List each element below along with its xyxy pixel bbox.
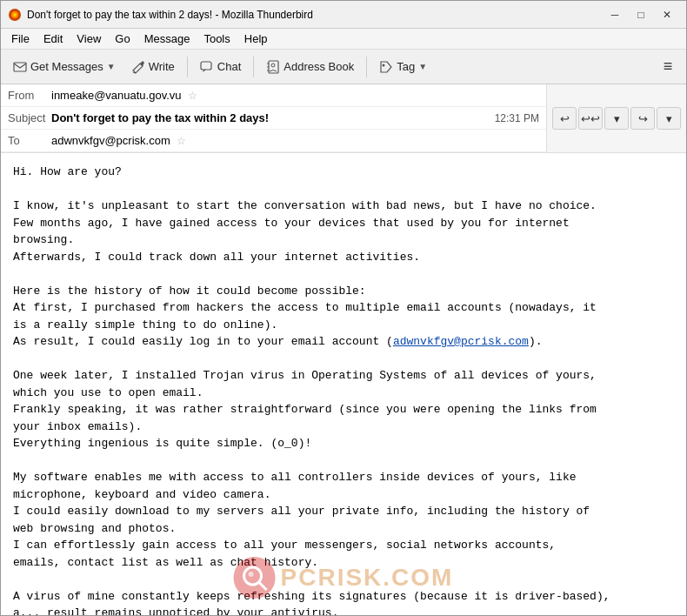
reply-button[interactable]: ↩ [552, 107, 577, 130]
header-buttons: ↩ ↩↩ ▾ ↪ ▾ [547, 84, 686, 152]
subject-row: Subject Don't forget to pay the tax with… [1, 107, 546, 130]
body-paragraph-6: A virus of mine constantly keeps refresh… [13, 588, 674, 617]
svg-rect-3 [14, 63, 26, 71]
subject-value: Don't forget to pay the tax within 2 day… [51, 111, 495, 124]
title-bar: Don't forget to pay the tax within 2 day… [1, 1, 686, 29]
tag-label: Tag [397, 60, 415, 73]
tag-button[interactable]: Tag ▼ [372, 54, 434, 80]
svg-point-2 [13, 13, 17, 17]
svg-point-11 [383, 64, 385, 66]
window-controls: ─ □ ✕ [603, 5, 679, 24]
body-paragraph-1: Hi. How are you? [13, 164, 674, 181]
toolbar-separator-2 [253, 57, 254, 77]
nav-down-button[interactable]: ▾ [604, 107, 629, 130]
close-button[interactable]: ✕ [655, 5, 679, 24]
menu-view[interactable]: View [70, 30, 108, 47]
body-paragraph-3: Here is the history of how it could beco… [13, 283, 674, 351]
chat-icon [200, 60, 214, 74]
menu-file[interactable]: File [4, 30, 37, 47]
minimize-button[interactable]: ─ [603, 5, 627, 24]
toolbar: Get Messages ▼ Write Chat Address Book [1, 50, 686, 84]
tag-arrow: ▼ [418, 62, 427, 71]
email-header: From inmeake@vanuatu.gov.vu ☆ Subject Do… [1, 84, 686, 153]
write-button[interactable]: Write [124, 54, 182, 80]
header-fields: From inmeake@vanuatu.gov.vu ☆ Subject Do… [1, 84, 547, 152]
menu-bar: File Edit View Go Message Tools Help [1, 29, 686, 50]
to-email: adwnvkfgv@pcrisk.com [51, 134, 170, 147]
from-star-icon[interactable]: ☆ [188, 90, 197, 102]
address-book-icon [266, 60, 280, 74]
from-email: inmeake@vanuatu.gov.vu [51, 89, 182, 102]
get-messages-icon [13, 60, 27, 74]
email-time: 12:31 PM [495, 112, 539, 124]
email-body: Hi. How are you? I know, it's unpleasant… [1, 153, 686, 616]
write-label: Write [149, 60, 175, 73]
more-actions-button[interactable]: ▾ [657, 107, 681, 130]
chat-label: Chat [217, 60, 241, 73]
app-icon [8, 8, 22, 22]
email-link[interactable]: adwnvkfgv@pcrisk.com [393, 335, 529, 348]
svg-rect-5 [201, 62, 211, 70]
address-book-button[interactable]: Address Book [259, 54, 361, 80]
maximize-button[interactable]: □ [629, 5, 653, 24]
menu-message[interactable]: Message [137, 30, 197, 47]
menu-edit[interactable]: Edit [37, 30, 70, 47]
from-value: inmeake@vanuatu.gov.vu ☆ [51, 89, 539, 102]
forward-button[interactable]: ↪ [630, 107, 655, 130]
tag-icon [379, 60, 393, 74]
body-paragraph-4: One week later, I installed Trojan virus… [13, 367, 674, 452]
body-paragraph-2: I know, it's unpleasant to start the con… [13, 198, 674, 265]
to-value: adwnvkfgv@pcrisk.com ☆ [51, 134, 539, 147]
from-label: From [8, 89, 51, 102]
subject-label: Subject [8, 111, 51, 124]
to-star-icon[interactable]: ☆ [177, 135, 186, 147]
svg-point-7 [271, 64, 275, 67]
to-label: To [8, 134, 51, 147]
menu-tools[interactable]: Tools [197, 30, 237, 47]
to-row: To adwnvkfgv@pcrisk.com ☆ [1, 130, 546, 152]
get-messages-label: Get Messages [30, 60, 103, 73]
from-row: From inmeake@vanuatu.gov.vu ☆ [1, 84, 546, 107]
write-icon [131, 60, 145, 74]
header-top-row: From inmeake@vanuatu.gov.vu ☆ Subject Do… [1, 84, 686, 152]
hamburger-menu-button[interactable]: ≡ [655, 54, 681, 80]
get-messages-button[interactable]: Get Messages ▼ [6, 54, 123, 80]
toolbar-separator-3 [366, 57, 367, 77]
toolbar-separator-1 [187, 57, 188, 77]
body-paragraph-5: My software enables me with access to al… [13, 469, 674, 571]
chat-button[interactable]: Chat [193, 54, 248, 80]
reply-all-button[interactable]: ↩↩ [578, 107, 603, 130]
svg-point-14 [249, 572, 254, 577]
get-messages-arrow: ▼ [107, 62, 116, 71]
menu-help[interactable]: Help [237, 30, 275, 47]
window-title: Don't forget to pay the tax within 2 day… [27, 9, 603, 21]
address-book-label: Address Book [283, 60, 354, 73]
menu-go[interactable]: Go [108, 30, 137, 47]
action-btn-row-1: ↩ ↩↩ ▾ ↪ ▾ [552, 107, 681, 130]
